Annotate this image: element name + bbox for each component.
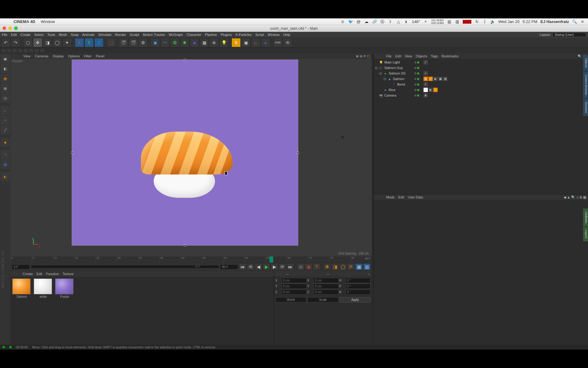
menu-sculpt[interactable]: Sculpt (130, 33, 139, 36)
snap-4[interactable] (18, 48, 23, 53)
twitter-icon[interactable]: 🐦 (348, 19, 353, 24)
key-rot[interactable]: ◯ (339, 263, 347, 270)
volume-icon[interactable]: 🔈 (490, 19, 495, 24)
size-x[interactable] (313, 278, 338, 283)
am-nav-icons[interactable]: ◀ ▲ 🔍 ⌂ ⊕ ▦ (564, 195, 586, 199)
obj-main-light[interactable]: 💡Main Light ✓ (375, 59, 587, 65)
key-pos[interactable]: ✥ (323, 263, 331, 270)
am-menu-mode[interactable]: Mode (386, 195, 395, 199)
minimize-button[interactable] (8, 26, 12, 30)
skype-icon[interactable]: Ⓢ (380, 19, 385, 24)
pos-x[interactable] (281, 278, 307, 283)
select-tool[interactable]: ▢ (23, 38, 32, 47)
timemachine-icon[interactable]: ↻ (474, 19, 479, 24)
menu-pipeline[interactable]: Pipeline (205, 33, 217, 36)
material-salmon[interactable]: Salmon (12, 278, 31, 298)
at-icon[interactable]: @ (356, 19, 361, 24)
move-tool[interactable]: ✥ (33, 38, 42, 47)
menu-snap[interactable]: Snap (71, 33, 79, 36)
window-titlebar[interactable]: sushi_man_start.c4d * - Main (0, 25, 588, 32)
axis-z-toggle[interactable]: Z (94, 38, 104, 47)
play-button[interactable]: ▶ (263, 263, 270, 270)
snap-1[interactable] (1, 48, 6, 53)
size-y[interactable] (313, 284, 338, 289)
link-icon[interactable]: 🔗 (372, 19, 377, 24)
range-slider[interactable]: 40 F (31, 265, 219, 269)
obj-camera[interactable]: 📷Camera ⊕ (375, 93, 587, 98)
snap-7[interactable] (34, 48, 39, 53)
menu-script[interactable]: Script (255, 33, 264, 36)
goto-end[interactable]: ⏭ (287, 263, 294, 270)
rot-p[interactable] (345, 284, 371, 289)
mm-menu-function[interactable]: Function (46, 272, 59, 276)
disk-icon[interactable]: ▥ (447, 19, 452, 24)
am-menu-edit[interactable]: Edit (398, 195, 404, 199)
clock-time[interactable]: 5:22 PM (522, 19, 537, 24)
environment[interactable]: ▦ (200, 38, 209, 47)
mm-menu-texture[interactable]: Texture (62, 272, 74, 276)
menu-character[interactable]: Character (187, 33, 201, 36)
workplane-mode[interactable]: ▤ (1, 84, 10, 93)
deformer-handle[interactable] (225, 171, 227, 175)
menu-plugins[interactable]: Plugins (221, 33, 232, 36)
coord-apply-button[interactable]: Apply (340, 297, 371, 302)
goto-nextkey[interactable]: ⟳ (279, 263, 286, 270)
plugin-box[interactable]: ▣ (241, 38, 251, 47)
grip-icon[interactable]: ⋮⋮ (12, 54, 19, 58)
obj-salmon-guy[interactable]: ⊟L⁰Salmon Guy (375, 65, 587, 71)
tab-objects[interactable]: Objects (583, 55, 588, 71)
obj-rice[interactable]: ●Rice □◐● (375, 87, 587, 93)
vp-menu-cameras[interactable]: Cameras (35, 54, 49, 58)
rot-b[interactable] (345, 289, 371, 295)
primitive-cube[interactable]: ◉ (151, 38, 160, 47)
vp-menu-display[interactable]: Display (53, 54, 64, 58)
zoom-button[interactable] (14, 26, 18, 30)
key-mode[interactable]: ▥ (363, 263, 371, 270)
vp-menu-panel[interactable]: Panel (96, 54, 104, 58)
obj-bend[interactable]: ⤴Bend ✓ (375, 82, 587, 87)
axis-mode[interactable]: ∟ (1, 106, 10, 115)
om-menu-file[interactable]: File (386, 54, 392, 58)
mem-icon[interactable]: ▥ (455, 19, 460, 24)
edge-mode[interactable]: ╱ (1, 125, 10, 135)
pos-y[interactable] (281, 284, 307, 289)
grip-icon[interactable]: ⋮⋮ (276, 272, 283, 276)
plugin-s[interactable]: S (232, 38, 241, 47)
key-param[interactable]: P (347, 263, 355, 270)
texture-mode[interactable]: ▦ (1, 74, 10, 83)
material-purple[interactable]: Purple (55, 278, 74, 298)
light-button[interactable]: 💡 (219, 38, 228, 47)
mm-menu-edit[interactable]: Edit (36, 272, 42, 276)
menu-mesh[interactable]: Mesh (59, 33, 67, 36)
menu-mograph[interactable]: MoGraph (169, 33, 183, 36)
psr-button[interactable]: PSR (273, 38, 282, 47)
menu-edit[interactable]: Edit (11, 33, 17, 36)
om-menu-bookmarks[interactable]: Bookmarks (442, 54, 458, 58)
menu-animate[interactable]: Animate (82, 33, 95, 36)
bluetooth-icon[interactable]: ᛒ (482, 19, 487, 24)
axis-x-toggle[interactable]: X (75, 38, 84, 47)
key-help[interactable]: ? (313, 263, 320, 270)
vp-menu-filter[interactable]: Filter (84, 54, 91, 58)
app-name[interactable]: CINEMA 4D (13, 19, 35, 24)
playhead[interactable] (270, 256, 273, 263)
tab-structure[interactable]: Structure (583, 99, 588, 116)
range-to[interactable]: 80 F (220, 264, 238, 270)
camera-button[interactable]: ⊚ (209, 38, 219, 47)
menu-window[interactable]: Window (268, 33, 280, 36)
render-pv[interactable]: 🎬 (129, 38, 138, 47)
rotate-tool[interactable]: ◯ (53, 38, 62, 47)
spotlight-icon[interactable]: 🔍 (572, 19, 577, 24)
model-mode[interactable]: ◧ (1, 64, 10, 73)
plugin-sphere[interactable]: ● (261, 38, 270, 47)
wifi-icon[interactable]: ⚡︎ (423, 19, 428, 24)
menu-tools[interactable]: Tools (47, 33, 55, 36)
apple-icon[interactable] (3, 19, 8, 24)
grip-icon[interactable]: ⋮⋮ (12, 272, 19, 276)
snap-8[interactable] (40, 48, 45, 53)
snap-6[interactable] (29, 48, 34, 53)
notifications-icon[interactable]: ≡ (580, 19, 585, 24)
goto-prevkey[interactable]: ⟲ (247, 263, 254, 270)
record-key[interactable]: ◇ (297, 263, 304, 270)
size-z[interactable] (313, 289, 338, 295)
